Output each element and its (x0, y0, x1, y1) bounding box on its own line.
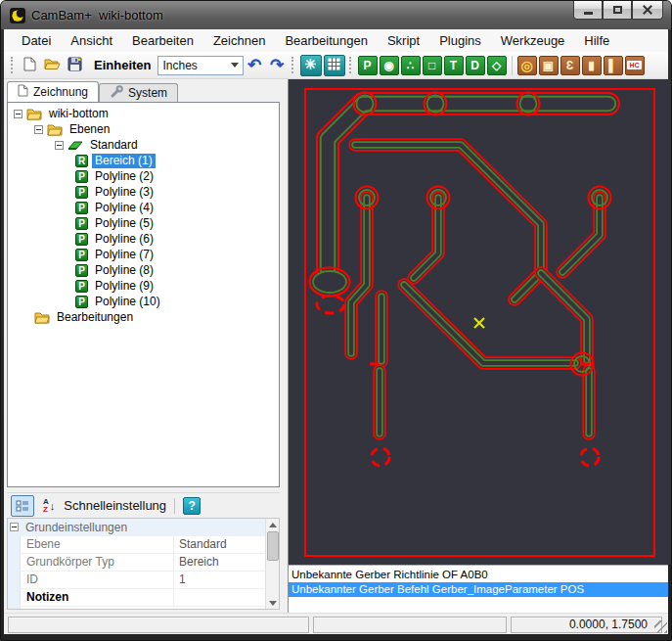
grid-scrollbar[interactable] (265, 519, 279, 609)
tree-row[interactable]: wiki-bottom (8, 106, 279, 121)
menu-item-hilfe[interactable]: Hilfe (574, 30, 619, 51)
property-label: Ebene (21, 536, 174, 553)
menu-item-ansicht[interactable]: Ansicht (61, 30, 122, 51)
pocket-button[interactable]: ▣ (539, 56, 559, 75)
tab-system[interactable]: System (99, 83, 178, 102)
tree-row[interactable]: PPolyline (10) (8, 294, 279, 309)
property-value[interactable]: Bereich (174, 554, 265, 571)
menu-item-bearbeiten[interactable]: Bearbeiten (122, 30, 203, 51)
polyline-icon: P (75, 296, 88, 308)
gerber-message[interactable]: Unbekannte Gerber Richtlinie OF A0B0 (289, 568, 668, 582)
draw-surface-button[interactable]: ◇ (487, 56, 507, 75)
menu-item-werkzeuge[interactable]: Werkzeuge (491, 30, 575, 51)
close-button[interactable] (632, 1, 663, 20)
status-cell-middle (313, 617, 507, 633)
menu-item-datei[interactable]: Datei (12, 30, 61, 51)
drill-icon: ▮ (588, 59, 595, 72)
menu-item-zeichnen[interactable]: Zeichnen (203, 30, 275, 51)
engrave-button[interactable]: Ɛ (560, 56, 580, 75)
lathe-button[interactable]: ▌ (604, 56, 623, 75)
drill-button[interactable]: ▮ (582, 56, 602, 75)
az-sort-icon: AZ (43, 498, 49, 514)
down-arrow-icon: ↓ (50, 500, 56, 512)
tree-row[interactable]: PPolyline (9) (8, 278, 279, 294)
menu-item-bearbeitungen[interactable]: Bearbeitungen (275, 30, 378, 51)
left-panel: Zeichnung System wiki-bottomEbenenStanda… (4, 79, 285, 613)
property-value[interactable]: 1 (174, 572, 265, 588)
property-row[interactable]: ID1 (8, 572, 279, 589)
collapse-toggle[interactable] (10, 523, 19, 531)
maximize-button[interactable] (603, 1, 632, 20)
resize-grip[interactable] (654, 620, 667, 633)
redo-button[interactable]: ↷ (266, 54, 289, 76)
collapse-toggle[interactable] (34, 125, 43, 134)
property-value[interactable]: Standard (174, 536, 265, 553)
tree-item-label: Bereich (1) (92, 154, 156, 168)
snap-points-icon (304, 58, 317, 73)
gerber-message[interactable]: Unbekannter Gerber Befehl Gerber_ImagePa… (289, 582, 668, 597)
draw-points-button[interactable]: ∴ (401, 56, 421, 75)
show-grid-icon (328, 58, 340, 73)
draw-text-button[interactable]: T (444, 56, 464, 75)
polyline-icon: P (75, 233, 88, 246)
property-row[interactable]: EbeneStandard (8, 536, 279, 554)
open-file-icon (44, 57, 61, 73)
help-button[interactable]: ? (183, 497, 201, 515)
tree-item-label: wiki-bottom (46, 107, 112, 121)
categorized-view-button[interactable] (11, 495, 34, 517)
tree-row[interactable]: PPolyline (6) (8, 231, 279, 247)
draw-polyline-button[interactable]: P (358, 56, 378, 75)
gcode-icon: HC (627, 61, 641, 69)
tree-row[interactable]: PPolyline (5) (8, 215, 279, 231)
draw-arc-button[interactable]: D (466, 56, 485, 75)
gcode-button[interactable]: HC (625, 56, 645, 75)
draw-rectangle-icon: □ (428, 59, 435, 72)
snap-points-button[interactable] (300, 55, 322, 76)
wrench-icon (110, 85, 123, 101)
toolbar-grip (11, 57, 16, 73)
collapse-toggle[interactable] (55, 141, 64, 150)
property-category[interactable]: Grundeinstellungen (8, 519, 279, 536)
tree-row[interactable]: Standard (8, 137, 279, 153)
tab-zeichnung[interactable]: Zeichnung (7, 81, 99, 102)
property-value[interactable] (174, 589, 265, 606)
title-bar[interactable]: CamBam+ wiki-bottom (1, 1, 671, 29)
undo-button[interactable]: ↶ (244, 54, 266, 76)
menu-bar: DateiAnsichtBearbeitenZeichnenBearbeitun… (4, 29, 668, 52)
tree-row[interactable]: RBereich (1) (8, 153, 279, 168)
units-combobox[interactable]: Inches (157, 56, 244, 75)
draw-circle-button[interactable]: ◉ (380, 56, 399, 75)
drawing-canvas[interactable] (289, 79, 671, 565)
menu-item-skript[interactable]: Skript (378, 30, 429, 51)
menu-item-plugins[interactable]: Plugins (429, 30, 491, 51)
collapse-toggle[interactable] (14, 110, 22, 118)
draw-rectangle-button[interactable]: □ (423, 56, 442, 75)
minimize-button[interactable] (573, 1, 603, 20)
chevron-down-icon[interactable] (227, 57, 243, 74)
property-row[interactable]: Grundkörper TypBereich (8, 554, 279, 572)
scroll-thumb[interactable] (267, 531, 279, 561)
scroll-down-icon[interactable] (267, 597, 279, 609)
scroll-up-icon[interactable] (267, 519, 279, 530)
profile-button[interactable]: ◎ (517, 56, 537, 75)
show-grid-button[interactable] (324, 55, 345, 76)
alphabetical-sort-button[interactable]: AZ ↓ (40, 497, 58, 515)
tree-row[interactable]: Bearbeitungen (8, 309, 279, 325)
property-row[interactable]: Notizen (8, 589, 279, 607)
categorized-icon (16, 499, 29, 513)
tree-row[interactable]: PPolyline (3) (8, 184, 279, 200)
save-file-button[interactable] (64, 54, 86, 76)
new-file-icon (23, 57, 36, 74)
tree-row[interactable]: PPolyline (4) (8, 200, 279, 215)
properties-toolbar: AZ ↓ Schnelleinstellung ? (7, 492, 280, 518)
draw-surface-icon: ◇ (492, 59, 501, 72)
region-icon: R (75, 155, 88, 167)
tree-row[interactable]: PPolyline (8) (8, 262, 279, 278)
property-label: ID (21, 572, 174, 588)
tree-row[interactable]: PPolyline (7) (8, 247, 279, 262)
tree-row[interactable]: PPolyline (2) (8, 168, 279, 184)
lathe-icon: ▌ (608, 59, 617, 72)
open-file-button[interactable] (41, 54, 64, 76)
new-file-button[interactable] (19, 54, 41, 76)
tree-row[interactable]: Ebenen (8, 121, 279, 137)
